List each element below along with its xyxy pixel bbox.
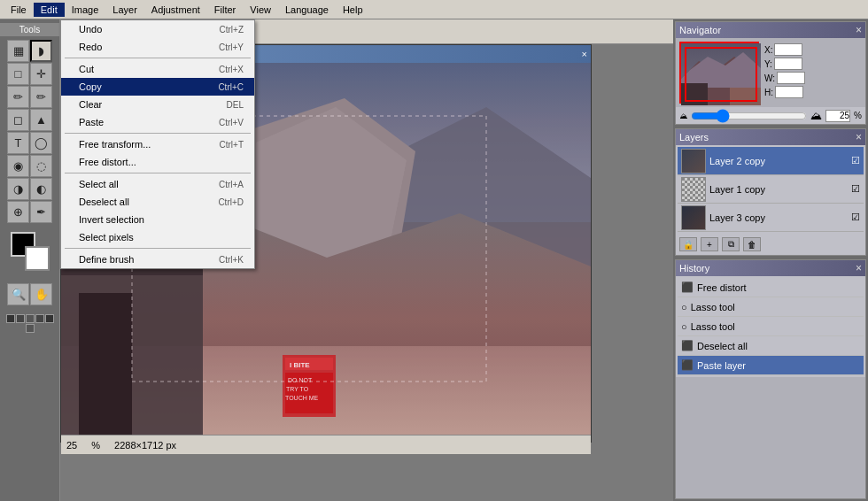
history-free-distort[interactable]: ⬛ Free distort — [678, 278, 864, 297]
zoom-percent-label: % — [854, 111, 862, 120]
brush-preset-5[interactable] — [45, 314, 54, 323]
eye-tool[interactable]: ◉ — [7, 155, 29, 177]
layers-lock-btn[interactable]: 🔒 — [679, 237, 697, 251]
dodge-tool[interactable]: ◑ — [7, 178, 29, 200]
history-lasso-2-label: Lasso tool — [691, 321, 735, 332]
history-close[interactable]: × — [856, 262, 862, 274]
separator-3 — [65, 173, 251, 173]
layers-title: Layers — [679, 132, 709, 143]
history-lasso-1-label: Lasso tool — [691, 302, 735, 312]
menu-cut[interactable]: Cut Ctrl+X — [61, 60, 254, 78]
menu-free-transform[interactable]: Free transform... Ctrl+T — [61, 135, 254, 153]
fill-tool[interactable]: ▲ — [30, 109, 52, 131]
layer-2-copy-name: Layer 2 copy — [709, 156, 848, 166]
burn-tool[interactable]: ◐ — [30, 178, 52, 200]
nav-w-input[interactable] — [777, 72, 805, 84]
brush-preset-6[interactable] — [26, 324, 35, 333]
menu-select-all[interactable]: Select all Ctrl+A — [61, 175, 254, 193]
menu-select-pixels[interactable]: Select pixels — [61, 228, 254, 246]
menu-clear[interactable]: Clear DEL — [61, 96, 254, 113]
layers-close[interactable]: × — [856, 131, 862, 143]
nav-preview-svg — [681, 43, 761, 105]
nav-h-input[interactable] — [775, 86, 803, 98]
layer-2-copy-vis[interactable]: ☑ — [851, 155, 860, 166]
navigator-titlebar: Navigator × — [676, 22, 865, 38]
history-deselect[interactable]: ⬛ Deselect all — [678, 336, 864, 356]
layer-item-3-copy[interactable]: Layer 3 copy ☑ — [678, 204, 864, 232]
menu-paste[interactable]: Paste Ctrl+V — [61, 113, 254, 131]
layers-del-btn[interactable]: 🗑 — [743, 237, 761, 251]
menu-image[interactable]: Image — [65, 3, 106, 17]
nav-x-label: X: — [764, 45, 772, 55]
menu-redo[interactable]: Redo Ctrl+Y — [61, 38, 254, 56]
zoom-slider[interactable] — [691, 110, 807, 122]
blur-tool[interactable]: ◌ — [30, 155, 52, 177]
history-lasso-2[interactable]: ○ Lasso tool — [678, 317, 864, 336]
menu-undo[interactable]: Undo Ctrl+Z — [61, 20, 254, 38]
lasso-tool[interactable]: ◗ — [30, 40, 52, 62]
pen-tool[interactable]: ✒ — [30, 201, 52, 223]
layer-thumb-2-copy — [681, 149, 706, 173]
layer-item-1-copy[interactable]: Layer 1 copy ☑ — [678, 175, 864, 204]
brush-preset-2[interactable] — [16, 314, 25, 323]
nav-x-input[interactable] — [774, 43, 802, 56]
history-free-distort-icon: ⬛ — [681, 281, 694, 293]
eraser-tool[interactable]: ◻ — [7, 109, 29, 131]
layers-add-btn[interactable]: + — [701, 237, 718, 251]
bottom-tools: 🔍 ✋ — [6, 283, 54, 305]
shape-tool[interactable]: ◯ — [30, 132, 52, 154]
zoom-value-input[interactable] — [825, 110, 850, 122]
pencil-tool[interactable]: ✏ — [30, 86, 52, 108]
background-color[interactable] — [25, 246, 50, 271]
menu-layer[interactable]: Layer — [105, 3, 144, 17]
move-tool[interactable]: ✛ — [30, 63, 52, 85]
history-paste-layer[interactable]: ⬛ Paste layer — [678, 356, 864, 375]
nav-y-input[interactable] — [774, 58, 802, 70]
crop-tool[interactable]: □ — [7, 63, 29, 85]
history-lasso-1-icon: ○ — [681, 302, 687, 312]
color-picker[interactable] — [11, 232, 50, 271]
menu-deselect-all[interactable]: Deselect all Ctrl+D — [61, 193, 254, 211]
menu-invert-selection[interactable]: Invert selection — [61, 211, 254, 228]
menu-help[interactable]: Help — [336, 3, 370, 17]
history-panel: History × ⬛ Free distort ○ Lasso tool ○ … — [675, 259, 866, 499]
history-title: History — [679, 263, 709, 274]
layer-thumb-1-copy — [681, 177, 706, 202]
layers-list: Layer 2 copy ☑ Layer 1 copy ☑ Layer 3 co… — [676, 145, 865, 234]
history-lasso-1[interactable]: ○ Lasso tool — [678, 297, 864, 317]
zoom-tool[interactable]: 🔍 — [7, 283, 29, 305]
menu-copy[interactable]: Copy Ctrl+C — [61, 78, 254, 96]
brush-preset-4[interactable] — [35, 314, 44, 323]
nav-w-row: W: — [764, 72, 805, 84]
layers-dup-btn[interactable]: ⧉ — [722, 237, 740, 251]
menu-edit[interactable]: Edit — [34, 3, 65, 17]
brush-preset-3[interactable] — [26, 314, 35, 323]
hand-tool[interactable]: ✋ — [30, 283, 52, 305]
navigator-panel: Navigator × — [675, 21, 866, 125]
layer-3-copy-name: Layer 3 copy — [709, 212, 848, 223]
menu-file[interactable]: File — [4, 3, 34, 17]
navigator-preview[interactable] — [679, 42, 759, 104]
edit-dropdown: Undo Ctrl+Z Redo Ctrl+Y Cut Ctrl+X Copy … — [60, 19, 255, 269]
toolbar: Tools ▦ ◗ □ ✛ ✏ ✏ ◻ ▲ T ◯ ◉ ◌ ◑ ◐ ⊕ ✒ 🔍 — [0, 19, 60, 501]
select-tool[interactable]: ▦ — [7, 40, 29, 62]
brush-tool[interactable]: ✏ — [7, 86, 29, 108]
tool-group-1: ▦ ◗ □ ✛ ✏ ✏ ◻ ▲ T ◯ ◉ ◌ ◑ ◐ ⊕ ✒ — [6, 40, 54, 223]
menu-define-brush[interactable]: Define brush Ctrl+K — [61, 250, 254, 268]
brush-preset-1[interactable] — [6, 314, 15, 323]
menu-view[interactable]: View — [243, 3, 278, 17]
menu-adjustment[interactable]: Adjustment — [144, 3, 207, 17]
layer-3-copy-vis[interactable]: ☑ — [851, 212, 860, 223]
layer-1-copy-vis[interactable]: ☑ — [851, 183, 860, 195]
text-tool[interactable]: T — [7, 132, 29, 154]
right-panels: Navigator × — [673, 19, 868, 501]
nav-y-label: Y: — [764, 59, 772, 69]
menu-filter[interactable]: Filter — [207, 3, 243, 17]
menu-language[interactable]: Language — [278, 3, 336, 17]
layer-item-2-copy[interactable]: Layer 2 copy ☑ — [678, 147, 864, 175]
svg-rect-23 — [681, 43, 761, 105]
menu-free-distort[interactable]: Free distort... — [61, 153, 254, 171]
navigator-close[interactable]: × — [856, 24, 862, 36]
clone-tool[interactable]: ⊕ — [7, 201, 29, 223]
canvas-window-controls[interactable]: × — [582, 49, 587, 59]
